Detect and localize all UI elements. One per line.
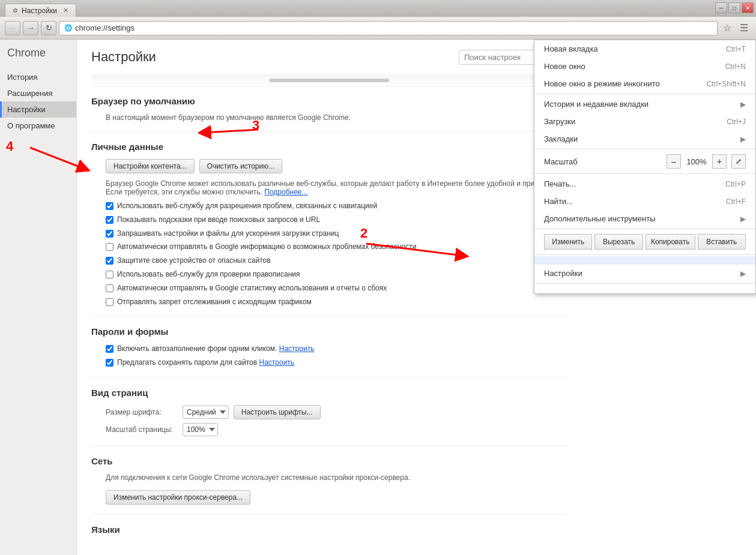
address-bar[interactable]: 🌐 chrome://settings [59,21,718,35]
sidebar-item-history[interactable]: История [0,69,76,85]
save-passwords-configure-link[interactable]: Настроить [259,358,294,367]
menu-edit-row: Изменить Вырезать Копировать Вставить [534,230,755,253]
close-button[interactable]: ✕ [742,2,754,13]
zoom-label: Масштаб страницы: [106,425,178,434]
cb-safe-device[interactable] [106,257,113,265]
cb-spellcheck[interactable] [106,271,113,278]
cb-save-passwords-label: Предлагать сохранять пароли для сайтов Н… [117,358,294,368]
checkbox-search-hints: Показывать подсказки при вводе поисковых… [106,215,567,225]
cb-usage-stats[interactable] [106,284,113,292]
forward-button[interactable]: → [23,21,38,35]
checkbox-autofill: Включить автозаполнение форм одним клико… [106,344,567,354]
cb-prefetch[interactable] [106,230,113,238]
tools-arrow-icon: ▶ [740,215,746,223]
sidebar-item-extensions[interactable]: Расширения [0,85,76,101]
default-browser-section-title: Браузер по умолчанию [91,96,567,109]
zoom-minus-button[interactable]: – [667,154,681,169]
reload-button[interactable]: ↻ [41,21,56,35]
address-icon: 🌐 [64,24,73,32]
configure-fonts-button[interactable]: Настроить шрифты... [234,405,321,419]
cb-dnt-label: Отправлять запрет отслеживания с исходящ… [117,297,312,307]
maximize-button[interactable]: □ [728,2,740,13]
address-text: chrome://settings [75,23,135,32]
edit-copy-button[interactable]: Копировать [646,234,695,250]
network-section-title: Сеть [91,456,567,469]
zoom-fullscreen-button[interactable]: ⤢ [731,154,746,169]
menu-new-incognito[interactable]: Новое окно в режиме инкогнито Ctrl+Shift… [534,75,755,92]
menu-new-window[interactable]: Новое окно Ctrl+N [534,58,755,75]
passwords-section-title: Пароли и формы [91,326,567,339]
menu-about[interactable]: Настройки ▶ [534,265,755,282]
settings-page-title: Настройки [91,49,156,65]
checkbox-save-passwords: Предлагать сохранять пароли для сайтов Н… [106,358,567,368]
checkbox-nav-service: Использовать веб-службу для разрешения п… [106,201,567,211]
sidebar: Chrome История Расширения Настройки О пр… [0,40,77,555]
menu-find[interactable]: Найти... Ctrl+F [534,193,755,210]
zoom-plus-button[interactable]: + [712,154,727,169]
bookmarks-arrow-icon: ▶ [740,135,746,143]
edit-paste-button[interactable]: Вставить [698,234,746,250]
cb-search-hints-label: Показывать подсказки при вводе поисковых… [117,215,320,225]
active-tab[interactable]: ⚙ Настройки ✕ [5,4,76,17]
title-bar: ⚙ Настройки ✕ ─ □ ✕ [0,0,756,17]
cb-nav-service[interactable] [106,202,113,210]
personal-data-link[interactable]: Подробнее... [264,188,307,196]
languages-section-title: Языки [91,524,567,537]
about-arrow-icon: ▶ [740,269,746,278]
menu-settings-item[interactable] [534,256,755,265]
cb-safe-browsing-report[interactable] [106,243,113,251]
cb-save-passwords[interactable] [106,359,113,367]
bookmark-star-button[interactable]: ☆ [720,21,734,35]
tab-close-button[interactable]: ✕ [63,7,68,14]
font-size-label: Размер шрифта: [106,408,178,416]
cb-usage-stats-label: Автоматически отправлять в Google статис… [117,283,387,293]
personal-data-section-title: Личные данные [91,142,163,154]
cb-autofill[interactable] [106,345,113,353]
edit-cut-button[interactable]: Вырезать [594,234,643,250]
back-button[interactable]: ← [5,21,20,35]
checkbox-dnt: Отправлять запрет отслеживания с исходящ… [106,297,567,307]
cb-safe-browsing-report-label: Автоматически отправлять в Google информ… [117,242,416,252]
default-browser-desc: В настоящий момент браузером по умолчани… [106,113,567,122]
font-size-row: Размер шрифта: Средний Настроить шрифты.… [106,405,567,419]
checkbox-usage-stats: Автоматически отправлять в Google статис… [106,283,567,293]
sidebar-item-settings[interactable]: Настройки [0,101,76,118]
cb-spellcheck-label: Использовать веб-службу для проверки пра… [117,269,300,280]
minimize-button[interactable]: ─ [715,2,727,13]
menu-downloads[interactable]: Загрузки Ctrl+J [534,113,755,130]
autofill-configure-link[interactable]: Настроить [279,344,315,353]
cb-dnt[interactable] [106,298,113,306]
zoom-row: Масштаб страницы: 100% [106,423,567,436]
checkbox-spellcheck: Использовать веб-службу для проверки пра… [106,269,567,280]
content-settings-button[interactable]: Настройки контента... [106,159,195,173]
tab-favicon: ⚙ [13,7,18,14]
proxy-settings-button[interactable]: Изменить настройки прокси-сервера... [106,490,250,505]
font-size-select[interactable]: Средний [183,406,229,419]
menu-new-tab[interactable]: Новая вкладка Ctrl+T [534,40,755,58]
menu-zoom-row: Масштаб – 100% + ⤢ [534,151,755,172]
chrome-menu-button[interactable]: ☰ [737,21,751,35]
nav-right: ☆ ☰ [720,21,751,35]
cb-nav-service-label: Использовать веб-службу для разрешения п… [117,201,377,211]
edit-change-button[interactable]: Изменить [544,234,592,250]
cb-search-hints[interactable] [106,216,113,224]
zoom-select[interactable]: 100% [183,423,218,436]
menu-more-tools[interactable]: Дополнительные инструменты ▶ [534,210,755,227]
personal-data-desc: Браузер Google Chrome может использовать… [106,179,567,196]
tab-bar: ⚙ Настройки ✕ [5,0,76,17]
view-section-title: Вид страниц [91,388,567,400]
clear-history-button[interactable]: Очистить историю... [199,159,283,173]
menu-bookmarks[interactable]: Закладки ▶ [534,130,755,148]
main-area: Chrome История Расширения Настройки О пр… [0,40,756,555]
sidebar-brand: Chrome [0,47,76,69]
sidebar-item-about[interactable]: О программе [0,118,76,134]
cb-prefetch-label: Запрашивать настройки и файлы для ускоре… [117,229,339,239]
checkbox-prefetch: Запрашивать настройки и файлы для ускоре… [106,229,567,239]
cb-autofill-label: Включить автозаполнение форм одним клико… [117,344,314,354]
navigation-bar: ← → ↻ 🌐 chrome://settings ☆ ☰ [0,17,756,40]
menu-print[interactable]: Печать... Ctrl+P [534,175,755,193]
menu-exit[interactable] [534,285,755,293]
window-controls: ─ □ ✕ [715,2,754,13]
chrome-dropdown-menu: Новая вкладка Ctrl+T Новое окно Ctrl+N Н… [534,40,756,294]
menu-history[interactable]: История и недавние вкладки ▶ [534,95,755,113]
